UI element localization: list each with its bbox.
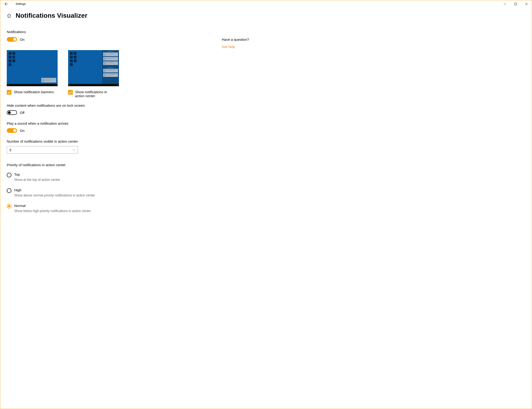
preview-banner-screen <box>7 50 57 84</box>
preview-ac-screen <box>68 50 119 84</box>
play-sound-label: Play a sound when a notification arrives <box>7 121 156 125</box>
notifications-state: On <box>20 37 25 41</box>
close-button[interactable] <box>521 0 532 8</box>
priority-high-desc: Show above normal priority notifications… <box>14 194 95 197</box>
help-sidebar: Have a question? Get help <box>222 37 249 49</box>
priority-label: Priority of notifications in action cent… <box>7 163 156 167</box>
window-controls <box>500 0 532 8</box>
number-visible-label: Number of notifications visible in actio… <box>7 139 156 143</box>
hide-content-state: Off <box>20 111 25 115</box>
maximize-button[interactable] <box>510 0 521 8</box>
number-visible-value: 3 <box>9 148 11 152</box>
help-heading: Have a question? <box>222 37 249 41</box>
priority-normal-title: Normal <box>14 204 91 208</box>
preview-banner-box: Show notification banners <box>7 50 57 98</box>
priority-option-top[interactable]: Top Show at the top of action center <box>7 172 156 182</box>
priority-option-normal[interactable]: Normal Show below high priority notifica… <box>7 204 156 213</box>
back-button[interactable] <box>2 0 11 8</box>
get-help-link[interactable]: Get help <box>222 45 249 49</box>
page-header: Notifications Visualizer <box>7 12 525 19</box>
notifications-label: Notifications <box>7 30 156 34</box>
priority-high-title: High <box>14 188 95 192</box>
svg-rect-0 <box>515 3 517 5</box>
play-sound-toggle[interactable] <box>7 128 17 133</box>
preview-toast-icon <box>41 78 56 83</box>
titlebar: Settings <box>0 0 532 8</box>
minimize-icon <box>504 3 506 5</box>
close-icon <box>525 3 528 5</box>
page-title: Notifications Visualizer <box>16 12 87 19</box>
hide-content-label: Hide content when notifications are on l… <box>7 103 156 107</box>
home-icon[interactable] <box>7 13 11 18</box>
radio-normal[interactable] <box>7 204 11 209</box>
preview-taskbar-icon <box>68 84 119 86</box>
minimize-button[interactable] <box>500 0 510 8</box>
priority-top-title: Top <box>14 172 60 177</box>
checkmark-icon <box>8 91 11 94</box>
number-visible-dropdown[interactable]: 3 <box>7 146 78 154</box>
show-actioncenter-checkbox[interactable] <box>68 90 73 95</box>
show-banners-checkbox[interactable] <box>7 90 11 95</box>
window-title: Settings <box>16 2 26 6</box>
titlebar-left: Settings <box>2 0 26 8</box>
page-content: Notifications Visualizer Have a question… <box>0 8 532 409</box>
notifications-toggle-row: On <box>7 37 156 42</box>
notifications-toggle[interactable] <box>7 37 17 42</box>
preview-tiles-icon <box>9 52 15 66</box>
chevron-down-icon <box>73 149 75 151</box>
preview-taskbar-icon <box>7 84 57 86</box>
radio-top[interactable] <box>7 173 11 177</box>
play-sound-state: On <box>20 129 25 133</box>
maximize-icon <box>514 3 517 5</box>
preview-row: Show notification banners <box>7 50 156 98</box>
radio-high[interactable] <box>7 188 11 193</box>
priority-option-high[interactable]: High Show above normal priority notifica… <box>7 188 156 197</box>
show-banners-label: Show notification banners <box>14 90 54 94</box>
hide-content-toggle[interactable] <box>7 110 17 115</box>
checkmark-icon <box>69 91 72 94</box>
preview-tiles-icon <box>70 52 76 66</box>
priority-normal-desc: Show below high priority notifications i… <box>14 209 91 213</box>
preview-ac-panel-icon <box>102 50 119 84</box>
show-actioncenter-label: Show notifications in action center <box>75 90 117 98</box>
back-arrow-icon <box>4 2 8 6</box>
priority-top-desc: Show at the top of action center <box>14 178 60 182</box>
preview-actioncenter-box: Show notifications in action center <box>68 50 119 98</box>
